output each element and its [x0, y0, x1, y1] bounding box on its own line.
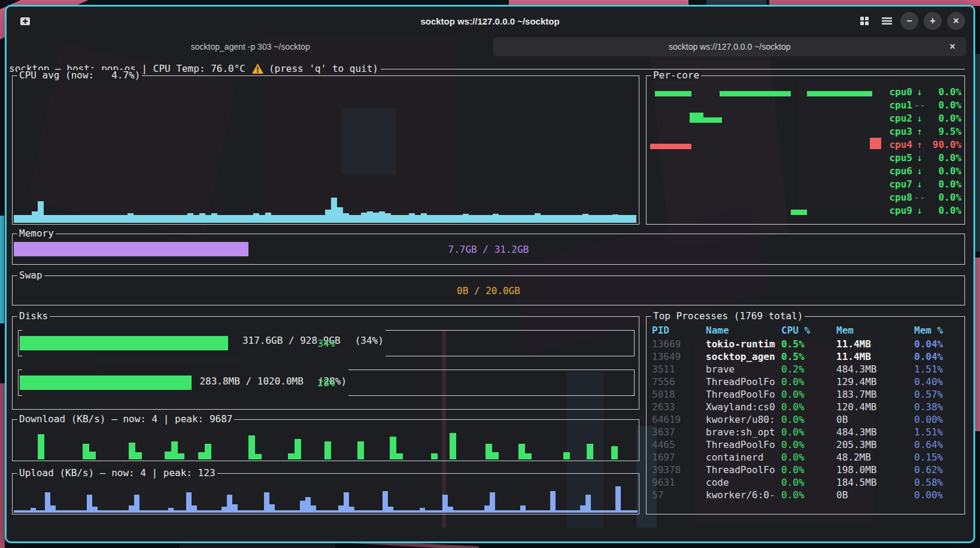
cpu-history-bar: [606, 215, 612, 223]
tab-socktop-agent[interactable]: socktop_agent -p 303 ~/socktop: [14, 37, 487, 56]
download-bar: [248, 435, 255, 459]
upload-panel: Upload (KB/s) — now: 4 | peak: 123: [12, 473, 639, 514]
cpu-history-bar: [247, 215, 253, 223]
cpu-history-bar: [139, 215, 145, 223]
cell-mem: 484.3MB: [836, 363, 914, 376]
cpu-history-bar: [74, 215, 80, 223]
table-row: 3511brave0.2%484.3MB1.51%: [652, 363, 961, 376]
cell-mem-pct: 0.00%: [914, 489, 961, 501]
download-bar: [38, 434, 44, 459]
cell-name: ThreadPoolFo: [706, 464, 781, 476]
table-row: 13649socktop_agen0.5%11.4MB0.04%: [652, 350, 961, 363]
table-row: 9631code0.0%184.5MB0.58%: [652, 476, 961, 489]
download-panel: Download (KB/s) — now: 4 | peak: 9687: [12, 419, 639, 461]
terminal-screen[interactable]: socktop — host: pop-os | CPU Temp: 76.0°…: [7, 58, 973, 541]
cell-pid: 7556: [652, 376, 706, 388]
cpu-history-bar: [289, 215, 295, 223]
download-bar: [135, 452, 142, 459]
cpu-history-bar: [373, 213, 379, 223]
cell-cpu: 0.0%: [781, 376, 836, 388]
cpu-history-bar: [223, 215, 229, 223]
upload-bar: [45, 492, 50, 513]
cpu-history-bar: [229, 215, 235, 223]
core-trend: --: [912, 99, 927, 111]
cell-cpu: 0.0%: [781, 489, 836, 501]
cell-cpu: 0.0%: [781, 438, 836, 451]
core-value: 0.0%: [927, 178, 961, 190]
cpu-history-bar: [385, 213, 391, 223]
upload-bar: [232, 504, 238, 513]
per-core-row: cpu9↓0.0%: [647, 204, 964, 217]
cell-mem: 484.3MB: [836, 426, 914, 438]
cpu-sparkline: [650, 164, 881, 177]
download-bar: [611, 446, 618, 459]
cpu-history-bar: [499, 215, 505, 223]
cell-pid: 13649: [652, 350, 706, 363]
core-label: cpu5↓0.0%: [881, 152, 961, 164]
download-bar: [492, 452, 499, 459]
cpu-history-bar: [391, 215, 397, 223]
download-bar: [165, 452, 171, 459]
cell-mem-pct: 0.00%: [914, 413, 961, 426]
cell-pid: 3511: [652, 363, 706, 376]
cpu-history-bar: [403, 215, 409, 223]
column-header: CPU %: [781, 324, 836, 338]
cell-pid: 9631: [652, 476, 706, 489]
core-value: 90.0%: [927, 139, 961, 150]
download-bar: [450, 433, 456, 459]
cpu-history-bar: [559, 215, 565, 223]
cpu-history-bar: [253, 213, 259, 223]
upload-bar: [442, 495, 448, 513]
table-row: 4465ThreadPoolFo0.0%205.3MB0.64%: [652, 438, 961, 451]
tab-socktop-active[interactable]: socktop ws://127.0.0.0 ~/socktop ×: [493, 37, 967, 56]
upload-bar: [388, 507, 393, 513]
wallpaper-fragment: [706, 0, 766, 5]
table-row: 3637brave:sh_opt0.0%484.3MB1.51%: [652, 426, 961, 438]
download-bar: [288, 453, 295, 459]
cell-mem-pct: 0.04%: [914, 350, 961, 363]
cell-pid: 57: [652, 489, 706, 501]
table-row: 1697containerd0.0%48.2MB0.15%: [652, 451, 961, 464]
upload-bar: [420, 508, 425, 513]
cell-name: kworker/6:0-: [706, 489, 781, 501]
upload-bar: [222, 507, 227, 513]
cell-mem-pct: 1.51%: [914, 426, 961, 438]
cpu-sparkline: [650, 151, 881, 164]
warning-icon: [251, 63, 264, 74]
cpu-avg-title: CPU avg (now: 4.7%): [17, 70, 142, 81]
cpu-history-bar: [445, 215, 451, 223]
column-header: Mem %: [914, 324, 961, 338]
cpu-history-bar: [80, 215, 86, 223]
per-core-row: cpu0↓0.0%: [647, 85, 964, 98]
table-row: 7556ThreadPoolFo0.0%129.4MB0.40%: [652, 376, 961, 388]
core-name: cpu6: [889, 165, 912, 177]
cpu-history-bar: [571, 215, 577, 223]
core-value: 0.0%: [927, 99, 961, 111]
core-label: cpu4↑90.0%: [881, 139, 961, 150]
disk-nvme-gauge: 28%: [20, 371, 633, 394]
tab-close-icon[interactable]: ×: [946, 40, 959, 53]
cell-mem: 120.4MB: [836, 401, 914, 413]
upload-bar: [550, 491, 556, 513]
cell-mem: 205.3MB: [836, 438, 914, 451]
wallpaper-fragment: [0, 383, 5, 548]
grid-menu-icon[interactable]: [856, 12, 873, 30]
cpu-history-bar: [481, 215, 487, 223]
cpu-history-bar: [612, 214, 618, 223]
wallpaper-fragment: [975, 258, 980, 431]
upload-bar: [192, 505, 197, 513]
cpu-history-bar: [582, 214, 588, 223]
sparkline-segment: [791, 210, 807, 215]
minimize-button[interactable]: −: [900, 12, 918, 30]
cpu-sparkline: [650, 98, 881, 111]
cpu-history-bar: [301, 215, 307, 223]
per-core-panel: Per-core cpu0↓0.0%cpu1--0.0%cpu2↓0.0%cpu…: [646, 75, 965, 225]
maximize-button[interactable]: +: [924, 12, 942, 30]
cpu-history-bar: [618, 215, 624, 223]
close-button[interactable]: ×: [947, 12, 965, 30]
cpu-history-bar: [409, 213, 415, 223]
cpu-history-bar: [104, 215, 110, 223]
download-bar: [431, 453, 438, 459]
cpu-sparkline: [650, 111, 881, 125]
hamburger-menu-icon[interactable]: [878, 12, 895, 30]
